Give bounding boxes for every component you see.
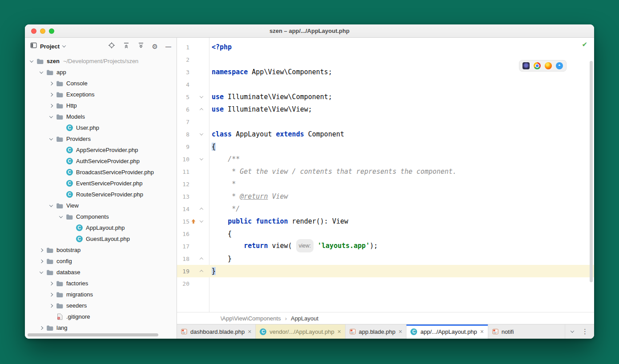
fold-end-icon[interactable] [197, 208, 205, 210]
chevron-down-icon[interactable] [37, 271, 45, 274]
fold-end-icon[interactable] [197, 257, 205, 260]
breadcrumb-item[interactable]: AppLayout [291, 315, 318, 322]
tree-row[interactable]: CBroadcastServiceProvider.php [25, 167, 177, 178]
tab-options-icon[interactable]: ⋮ [582, 328, 588, 336]
minimize-window-button[interactable] [40, 28, 45, 34]
chevron-down-icon[interactable] [47, 204, 55, 207]
code-line[interactable]: 16 { [177, 228, 594, 240]
tree-row[interactable]: lang [25, 322, 177, 333]
chevron-right-icon[interactable] [47, 82, 55, 85]
tree-row[interactable]: CUser.php [25, 122, 177, 133]
chevron-down-icon[interactable] [47, 138, 55, 140]
close-icon[interactable]: × [398, 328, 402, 335]
code-line[interactable]: 8class AppLayout extends Component [177, 128, 594, 140]
code-line[interactable]: 10 /** [177, 153, 594, 165]
firefox-icon[interactable] [545, 62, 552, 69]
chevron-right-icon[interactable] [47, 104, 55, 107]
code-line[interactable]: 11 * Get the view / contents that repres… [177, 165, 594, 178]
hide-toolwindow-icon[interactable]: — [165, 43, 171, 50]
code-line[interactable]: 4 [177, 78, 594, 91]
code-line[interactable]: 9{ [177, 140, 594, 153]
tree-row[interactable]: CGuestLayout.php [25, 233, 177, 244]
safari-icon[interactable] [556, 62, 563, 69]
tree-row[interactable]: .gitignore [25, 311, 177, 322]
code-line[interactable]: 12 * [177, 178, 594, 190]
tree-row[interactable]: migrations [25, 289, 177, 300]
chevron-right-icon[interactable] [47, 304, 55, 307]
fold-start-icon[interactable] [197, 158, 205, 160]
fold-start-icon[interactable] [197, 133, 205, 136]
editor-tab[interactable]: dashboard.blade.php× [177, 324, 256, 339]
tree-row[interactable]: CRouteServiceProvider.php [25, 189, 177, 200]
chevron-right-icon[interactable] [47, 282, 55, 285]
tree-row[interactable]: factories [25, 278, 177, 289]
chevron-down-icon[interactable] [47, 116, 55, 118]
inspection-ok-icon[interactable]: ✔ [582, 40, 587, 48]
collapse-all-icon[interactable] [123, 42, 130, 51]
code-line[interactable]: 14 */ [177, 203, 594, 215]
chevron-right-icon[interactable] [37, 249, 45, 252]
close-icon[interactable]: × [480, 328, 484, 335]
tree-row[interactable]: Http [25, 100, 177, 111]
tree-row[interactable]: Models [25, 111, 177, 122]
code-line[interactable]: 13 * @return View [177, 190, 594, 203]
code-line[interactable]: 20 [177, 277, 594, 290]
expand-all-icon[interactable] [137, 42, 145, 51]
tree-row[interactable]: CAppLayout.php [25, 222, 177, 233]
chevron-down-icon[interactable] [28, 60, 36, 63]
editor-tab[interactable]: Capp/.../AppLayout.php× [406, 324, 488, 339]
tree-row[interactable]: app [25, 67, 177, 78]
fold-start-icon[interactable] [197, 96, 205, 98]
locate-icon[interactable] [108, 42, 115, 51]
code-line[interactable]: 1<?php [177, 41, 594, 53]
code-line[interactable]: 5use Illuminate\View\Component; [177, 91, 594, 103]
tree-row[interactable]: CAuthServiceProvider.php [25, 156, 177, 167]
zoom-window-button[interactable] [49, 28, 54, 34]
code-line[interactable]: 6use Illuminate\View\View; [177, 103, 594, 116]
close-icon[interactable]: × [248, 328, 251, 335]
vertical-scrollbar[interactable] [590, 61, 593, 282]
tree-row[interactable]: bootstrap [25, 244, 177, 256]
tree-row[interactable]: Console [25, 78, 177, 89]
override-method-gutter-icon[interactable] [189, 219, 197, 224]
show-hidden-tabs-icon[interactable] [571, 329, 574, 332]
tree-row[interactable]: Components [25, 211, 177, 222]
project-tool-label[interactable]: Project [40, 43, 60, 50]
titlebar[interactable]: szen – app/.../AppLayout.php [25, 24, 594, 38]
settings-icon[interactable]: ⚙ [152, 43, 158, 50]
tree-row[interactable]: seeders [25, 300, 177, 311]
editor-code-area[interactable]: 1<?php23namespace App\View\Components;45… [177, 38, 594, 312]
chrome-icon[interactable] [534, 62, 541, 69]
code-line[interactable]: 19} [177, 265, 594, 277]
chevron-down-icon[interactable] [37, 71, 45, 74]
tree-row[interactable]: CEventServiceProvider.php [25, 178, 177, 189]
tree-row[interactable]: Providers [25, 133, 177, 144]
editor-tab[interactable]: Cvendor/.../AppLayout.php× [256, 324, 345, 339]
fold-start-icon[interactable] [197, 220, 205, 223]
tree-row[interactable]: database [25, 267, 177, 278]
fold-end-icon[interactable] [197, 108, 205, 111]
tree-row[interactable]: config [25, 256, 177, 267]
tree-row[interactable]: CAppServiceProvider.php [25, 144, 177, 156]
chevron-right-icon[interactable] [37, 327, 45, 329]
code-line[interactable]: 7 [177, 116, 594, 128]
fold-end-icon[interactable] [197, 270, 205, 272]
chevron-down-icon[interactable] [62, 44, 66, 47]
tree-row[interactable]: szen~/Development/Projects/szen [25, 56, 177, 67]
chevron-down-icon[interactable] [57, 216, 65, 218]
builtin-preview-icon[interactable] [523, 62, 530, 69]
breadcrumb-item[interactable]: \App\View\Components [221, 315, 281, 322]
tree-row[interactable]: Exceptions [25, 89, 177, 100]
chevron-right-icon[interactable] [47, 93, 55, 96]
chevron-right-icon[interactable] [47, 293, 55, 296]
horizontal-scrollbar[interactable] [28, 333, 158, 336]
code-line[interactable]: 17 return view( view: 'layouts.app'); [177, 240, 594, 252]
editor-tab[interactable]: app.blade.php× [346, 324, 407, 339]
chevron-right-icon[interactable] [37, 260, 45, 263]
close-icon[interactable]: × [338, 328, 341, 335]
close-window-button[interactable] [31, 28, 36, 34]
editor-tab[interactable]: notifi [488, 324, 519, 339]
code-line[interactable]: 15 public function render(): View [177, 215, 594, 228]
tree-row[interactable]: View [25, 200, 177, 211]
code-line[interactable]: 18 } [177, 252, 594, 265]
